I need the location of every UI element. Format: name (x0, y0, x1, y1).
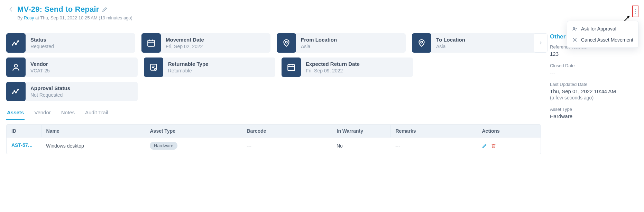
tile-label: From Location (301, 37, 337, 43)
chart-line-icon (6, 82, 26, 101)
col-in-warranty: In Warranty (332, 125, 390, 138)
svg-point-13 (285, 41, 287, 43)
cell-name: Windows desktop (41, 138, 145, 154)
delete-row-button[interactable] (491, 143, 496, 149)
col-asset-type: Asset Type (145, 125, 242, 138)
edit-row-button[interactable] (482, 143, 487, 149)
user-icon (6, 58, 26, 77)
svg-point-22 (14, 91, 15, 92)
tile-to-location: To Location Asia (412, 33, 541, 53)
kebab-icon (635, 9, 636, 14)
tab-audit-trail[interactable]: Audit Trail (84, 106, 109, 120)
byline-rest: at Thu, Sep 01, 2022 10:25 AM (19 minute… (34, 15, 132, 20)
menu-item-label: Cancel Asset Movement (581, 37, 633, 43)
byline: By Rosy at Thu, Sep 01, 2022 10:25 AM (1… (17, 15, 637, 20)
tab-assets[interactable]: Assets (6, 106, 25, 120)
user-check-icon (572, 26, 578, 32)
cell-barcode: --- (242, 138, 332, 154)
tiles-scroll-right-button[interactable] (534, 33, 548, 53)
tile-value: VCAT-25 (30, 68, 50, 74)
byline-user-link[interactable]: Rosy (24, 15, 34, 20)
tabs: Assets Vendor Notes Audit Trail (6, 106, 541, 120)
tile-status: Status Requested (6, 33, 135, 53)
tab-notes[interactable]: Notes (61, 106, 75, 120)
menu-item-label: Ask for Approval (581, 26, 616, 32)
assets-table: ID Name Asset Type Barcode In Warranty R… (6, 124, 541, 154)
asset-type-chip: Hardware (150, 142, 177, 150)
menu-item-ask-approval[interactable]: Ask for Approval (567, 23, 638, 34)
field-value: 123 (550, 51, 637, 57)
back-button[interactable] (8, 6, 15, 13)
edit-title-button[interactable] (102, 6, 108, 12)
cell-warranty: No (332, 138, 390, 154)
svg-point-6 (14, 42, 15, 43)
field-last-updated: Last Updated Date Thu, Sep 01, 2022 10:4… (550, 82, 637, 100)
tab-vendor[interactable]: Vendor (34, 106, 52, 120)
tile-approval-status: Approval Status Not Requested (6, 82, 138, 101)
svg-point-7 (16, 44, 17, 45)
more-actions-menu: Ask for Approval Cancel Asset Movement (567, 21, 638, 48)
tile-value: Fri, Sep 09, 2022 (306, 68, 360, 74)
location-pin-icon (412, 33, 431, 53)
field-value: Hardware (550, 113, 637, 119)
svg-point-5 (12, 44, 13, 45)
table-row: AST-57… Windows desktop Hardware --- No … (7, 138, 541, 154)
note-edit-icon (144, 58, 163, 77)
col-barcode: Barcode (242, 125, 332, 138)
svg-point-2 (573, 27, 575, 28)
tile-movement-date: Movement Date Fri, Sep 02, 2022 (141, 33, 270, 53)
menu-item-cancel-movement[interactable]: Cancel Asset Movement (567, 34, 638, 45)
tile-vendor: Vendor VCAT-25 (6, 58, 138, 77)
tile-label: Approval Status (30, 85, 70, 91)
tile-value: Asia (436, 44, 465, 50)
tile-returnable-type: Returnable Type Returnable (144, 58, 275, 77)
col-remarks: Remarks (390, 125, 477, 138)
field-label: Last Updated Date (550, 82, 637, 87)
more-actions-button[interactable] (632, 6, 638, 17)
field-label: Asset Type (550, 107, 637, 112)
cell-asset-type: Hardware (145, 138, 242, 154)
field-asset-type: Asset Type Hardware (550, 107, 637, 119)
col-id: ID (7, 125, 41, 138)
field-closed-date: Closed Date --- (550, 63, 637, 76)
tile-label: Vendor (30, 61, 50, 67)
svg-point-24 (18, 89, 19, 90)
field-value: --- (550, 70, 637, 76)
col-actions: Actions (477, 125, 541, 138)
svg-point-23 (16, 92, 17, 93)
svg-point-14 (421, 41, 422, 43)
tile-value: Returnable (168, 68, 208, 74)
tile-from-location: From Location Asia (277, 33, 406, 53)
table-header-row: ID Name Asset Type Barcode In Warranty R… (7, 125, 541, 138)
tile-value: Asia (301, 44, 337, 50)
field-label: Closed Date (550, 63, 637, 68)
col-name: Name (41, 125, 145, 138)
svg-rect-9 (148, 40, 155, 46)
svg-point-8 (18, 41, 19, 42)
tile-value: Requested (30, 44, 54, 50)
field-value: Thu, Sep 01, 2022 10:44 AM (550, 88, 637, 94)
close-icon (572, 37, 578, 43)
svg-point-15 (15, 64, 18, 67)
tile-label: To Location (436, 37, 465, 43)
field-value-ago: (a few seconds ago) (550, 95, 637, 100)
tile-label: Returnable Type (168, 61, 208, 67)
calendar-icon (282, 58, 301, 77)
byline-prefix: By (17, 15, 24, 20)
asset-id-link[interactable]: AST-57… (11, 142, 33, 148)
row-actions (482, 143, 536, 149)
location-pin-icon (277, 33, 296, 53)
page-title: MV-29: Send to Repair (17, 5, 99, 14)
tile-value: Not Requested (30, 92, 70, 98)
tile-expected-return-date: Expected Return Date Fri, Sep 09, 2022 (282, 58, 413, 77)
cell-remarks: --- (390, 138, 477, 154)
tile-value: Fri, Sep 02, 2022 (166, 44, 204, 50)
chart-line-icon (6, 33, 26, 53)
tile-label: Expected Return Date (306, 61, 360, 67)
svg-point-21 (12, 93, 13, 94)
calendar-icon (141, 33, 161, 53)
tile-label: Movement Date (166, 37, 204, 43)
tile-label: Status (30, 37, 54, 43)
svg-rect-17 (288, 64, 295, 70)
